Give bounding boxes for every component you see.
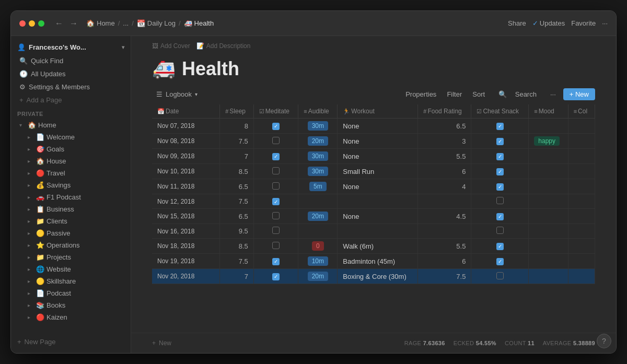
filter-button[interactable]: Filter xyxy=(444,89,465,100)
cell-meditate[interactable]: ✓ xyxy=(253,194,298,209)
checkbox-checked[interactable]: ✓ xyxy=(272,123,280,130)
table-row[interactable]: Nov 10, 2018 8.5 30m Small Run 6 ✓ xyxy=(152,164,595,179)
checkbox-unchecked[interactable] xyxy=(496,272,504,279)
cell-cheat-snack[interactable]: ✓ xyxy=(471,164,529,179)
breadcrumb-health[interactable]: 🚑 Health xyxy=(184,19,214,27)
favorite-button[interactable]: Favorite xyxy=(571,19,596,27)
checkbox-checked[interactable]: ✓ xyxy=(496,213,504,220)
cell-meditate[interactable] xyxy=(253,239,298,254)
checkbox-unchecked[interactable] xyxy=(272,242,280,249)
table-row[interactable]: Nov 09, 2018 7 ✓ 30m None 5.5 ✓ xyxy=(152,149,595,164)
sidebar-item-clients[interactable]: ▸ 📁 Clients xyxy=(13,216,129,227)
cell-cheat-snack[interactable]: ✓ xyxy=(471,254,529,269)
table-row[interactable]: Nov 08, 2018 7.5 20m None 3 ✓ happy xyxy=(152,134,595,149)
checkbox-checked[interactable]: ✓ xyxy=(496,183,504,191)
quick-find-button[interactable]: 🔍 Quick Find xyxy=(13,55,129,67)
sidebar-item-passive[interactable]: ▸ 🟡 Passive xyxy=(13,228,129,239)
more-options-button[interactable]: ··· xyxy=(547,89,559,100)
sidebar-item-home[interactable]: ▾ 🏠 Home xyxy=(13,120,129,131)
cell-cheat-snack[interactable]: ✓ xyxy=(471,149,529,164)
sidebar-item-goals[interactable]: ▸ 🎯 Goals xyxy=(13,144,129,155)
sort-button[interactable]: Sort xyxy=(469,89,488,100)
sidebar-item-house[interactable]: ▸ 🏠 House xyxy=(13,156,129,167)
cell-meditate[interactable] xyxy=(253,179,298,194)
cell-meditate[interactable]: ✓ xyxy=(253,119,298,134)
checkbox-unchecked[interactable] xyxy=(272,182,280,190)
sidebar-item-projects[interactable]: ▸ 📁 Projects xyxy=(13,252,129,263)
sidebar-item-f1podcast[interactable]: ▸ 🚗 F1 Podcast xyxy=(13,192,129,203)
cell-meditate[interactable]: ✓ xyxy=(253,254,298,269)
cell-meditate[interactable] xyxy=(253,164,298,179)
cell-meditate[interactable] xyxy=(253,209,298,224)
cell-meditate[interactable]: ✓ xyxy=(253,269,298,284)
breadcrumb-ellipsis[interactable]: ... xyxy=(123,19,129,27)
cell-cheat-snack[interactable]: ✓ xyxy=(471,119,529,134)
updates-button[interactable]: ✓ Updates xyxy=(532,19,565,27)
cell-cheat-snack[interactable]: ✓ xyxy=(471,209,529,224)
more-button[interactable]: ··· xyxy=(602,19,608,27)
checkbox-checked[interactable]: ✓ xyxy=(496,123,504,130)
sidebar-item-kaizen[interactable]: ▸ 🔴 Kaizen xyxy=(13,312,129,323)
checkbox-unchecked[interactable] xyxy=(272,167,280,174)
cell-meditate[interactable]: ✓ xyxy=(253,149,298,164)
table-row[interactable]: Nov 19, 2018 7.5 ✓ 10m Badminton (45m) 6… xyxy=(152,254,595,269)
sidebar-item-business[interactable]: ▸ 📋 Business xyxy=(13,204,129,215)
checkbox-checked[interactable]: ✓ xyxy=(496,243,504,250)
sidebar-item-travel[interactable]: ▸ 🔴 Travel xyxy=(13,168,129,179)
properties-button[interactable]: Properties xyxy=(402,89,439,100)
cell-cheat-snack[interactable]: ✓ xyxy=(471,179,529,194)
checkbox-unchecked[interactable] xyxy=(496,197,504,204)
sidebar-item-website[interactable]: ▸ 🌐 Website xyxy=(13,264,129,275)
checkbox-unchecked[interactable] xyxy=(496,227,504,234)
table-row[interactable]: Nov 18, 2018 8.5 0 Walk (6m) 5.5 ✓ xyxy=(152,239,595,254)
checkbox-checked[interactable]: ✓ xyxy=(496,258,504,265)
cell-cheat-snack[interactable] xyxy=(471,224,529,239)
table-row[interactable]: Nov 07, 2018 8 ✓ 30m None 6.5 ✓ xyxy=(152,119,595,134)
settings-button[interactable]: ⚙ Settings & Members xyxy=(13,81,129,93)
checkbox-checked[interactable]: ✓ xyxy=(272,198,280,205)
checkbox-unchecked[interactable] xyxy=(272,227,280,234)
all-updates-button[interactable]: 🕐 All Updates xyxy=(13,68,129,80)
cell-cheat-snack[interactable]: ✓ xyxy=(471,239,529,254)
workspace-switcher[interactable]: 👤 Francesco's Wo... ▾ xyxy=(11,40,131,54)
breadcrumb-dailylog[interactable]: 📆 Daily Log xyxy=(137,19,176,27)
new-page-button[interactable]: + New Page xyxy=(11,335,131,349)
checkbox-checked[interactable]: ✓ xyxy=(496,168,504,175)
table-row[interactable]: Nov 12, 2018 7.5 ✓ xyxy=(152,194,595,209)
fullscreen-button[interactable] xyxy=(38,20,44,27)
sidebar-item-books[interactable]: ▸ 📚 Books xyxy=(13,300,129,311)
share-button[interactable]: Share xyxy=(508,19,526,27)
help-button[interactable]: ? xyxy=(597,334,611,348)
view-selector[interactable]: ☰ Logbook ▾ xyxy=(152,88,202,100)
close-button[interactable] xyxy=(19,20,26,27)
cell-meditate[interactable] xyxy=(253,134,298,149)
checkbox-checked[interactable]: ✓ xyxy=(272,153,280,160)
checkbox-checked[interactable]: ✓ xyxy=(272,258,280,265)
checkbox-checked[interactable]: ✓ xyxy=(496,153,504,160)
search-button[interactable]: 🔍 Search xyxy=(492,89,543,100)
table-row[interactable]: Nov 16, 2018 9.5 xyxy=(152,224,595,239)
sidebar-item-skillshare[interactable]: ▸ 🟡 Skillshare xyxy=(13,276,129,287)
forward-arrow[interactable]: → xyxy=(67,18,80,29)
table-row[interactable]: Nov 11, 2018 6.5 5m None 4 ✓ xyxy=(152,179,595,194)
sidebar-item-podcast[interactable]: ▸ 📄 Podcast xyxy=(13,288,129,299)
cell-meditate[interactable] xyxy=(253,224,298,239)
cell-cheat-snack[interactable] xyxy=(471,269,529,284)
add-cover-button[interactable]: 🖼 Add Cover xyxy=(152,42,190,50)
checkbox-unchecked[interactable] xyxy=(272,137,280,144)
table-row[interactable]: Nov 20, 2018 7 ✓ 20m Boxing & Core (30m)… xyxy=(152,269,595,284)
checkbox-unchecked[interactable] xyxy=(272,212,280,219)
cell-cheat-snack[interactable] xyxy=(471,194,529,209)
add-page-button[interactable]: + Add a Page xyxy=(13,94,129,106)
add-description-button[interactable]: 📝 Add Description xyxy=(196,42,251,50)
sidebar-item-savings[interactable]: ▸ 💰 Savings xyxy=(13,180,129,191)
table-row[interactable]: Nov 15, 2018 6.5 20m None 4.5 ✓ xyxy=(152,209,595,224)
back-arrow[interactable]: ← xyxy=(53,18,65,29)
add-row-button[interactable]: + New xyxy=(152,337,171,349)
sidebar-item-operations[interactable]: ▸ ⭐ Operations xyxy=(13,240,129,251)
checkbox-checked[interactable]: ✓ xyxy=(272,273,280,280)
breadcrumb-home[interactable]: 🏠 Home xyxy=(86,19,115,27)
checkbox-checked[interactable]: ✓ xyxy=(496,138,504,145)
minimize-button[interactable] xyxy=(29,20,35,27)
sidebar-item-welcome[interactable]: ▸ 📄 Welcome xyxy=(13,132,129,143)
